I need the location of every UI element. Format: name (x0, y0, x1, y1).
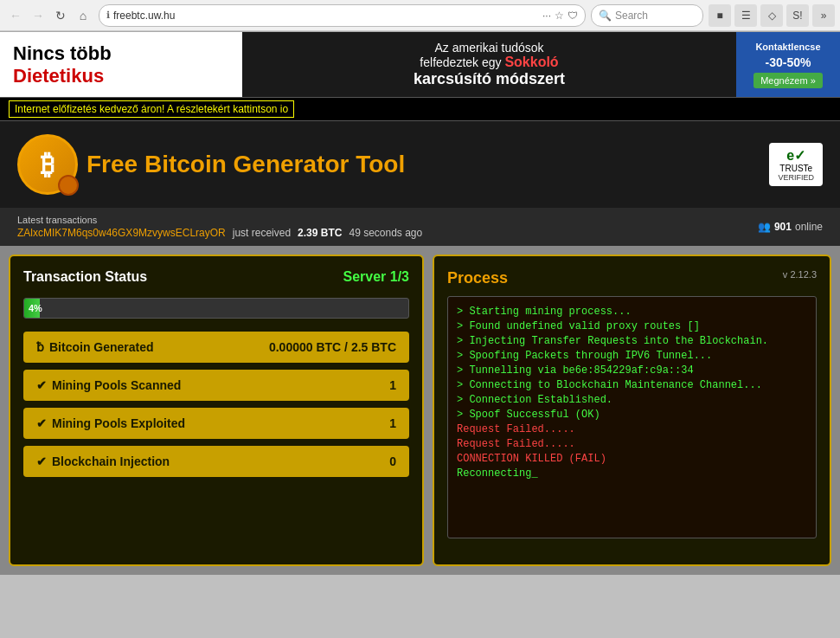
back-button[interactable]: ← (5, 5, 26, 26)
ad-right-button[interactable]: Megnézem » (753, 73, 823, 88)
blockchain-label-text: Blockchain Injection (52, 454, 170, 468)
log-line: CONNECTION KILLED (FAIL) (457, 453, 807, 465)
bitcoin-icon: ƀ (36, 340, 44, 354)
ad-center[interactable]: Az amerikai tudósok felfedeztek egy Sokk… (242, 32, 736, 97)
server-status: Server 1/3 (343, 269, 409, 285)
sidebar-button[interactable]: ◇ (760, 4, 783, 27)
more-icon[interactable]: ··· (542, 10, 551, 22)
browser-icons: ■ ☰ ◇ S! » (709, 4, 835, 27)
browser-toolbar: ← → ↻ ⌂ ℹ freebtc.uw.hu ··· ☆ 🛡 🔍 Search… (0, 0, 840, 31)
truste-label: TRUSTe (779, 164, 812, 173)
more-tools-button[interactable]: » (812, 4, 835, 27)
mining-exploited-label: ✔ Mining Pools Exploited (36, 416, 185, 430)
ad-center-line3: karcsúsító módszert (260, 70, 719, 88)
process-panel: Process v 2.12.3 > Starting mining proce… (433, 255, 831, 566)
progress-container: 4% (23, 298, 409, 319)
log-line: > Starting mining process... (457, 306, 807, 318)
log-line: Reconnecting_ (457, 467, 807, 480)
bitcoin-logo-icon: ₿ (17, 134, 78, 195)
ad-center-line2: felfedeztek egy Sokkoló (260, 55, 719, 70)
main-content: Transaction Status Server 1/3 4% ƀ Bitco… (0, 246, 840, 575)
mining-scanned-label: ✔ Mining Pools Scanned (36, 378, 181, 392)
panel-title: Transaction Status (23, 269, 147, 285)
address-icons: ··· ☆ 🛡 (542, 10, 578, 22)
refresh-button[interactable]: ↻ (50, 5, 71, 26)
ad-bar: Nincs több Dietetikus Az amerikai tudóso… (0, 32, 840, 97)
nav-buttons: ← → ↻ ⌂ (5, 5, 93, 26)
home-button[interactable]: ⌂ (73, 5, 93, 26)
status-panel: Transaction Status Server 1/3 4% ƀ Bitco… (9, 255, 424, 566)
search-icon: 🔍 (599, 10, 612, 22)
shield-icon[interactable]: 🛡 (567, 10, 578, 22)
menu-button[interactable]: ☰ (734, 4, 757, 27)
ad-left-line1: Nincs több (13, 42, 229, 65)
ad-right-discount: -30-50% (766, 55, 811, 69)
info-icon: ℹ (106, 10, 110, 21)
transactions-bar: Latest transactions ZAlxcMIK7M6qs0w46GX9… (0, 208, 840, 246)
log-line: Request Failed..... (457, 438, 807, 450)
online-icon: 👥 (758, 221, 771, 233)
online-text: online (795, 221, 823, 233)
site-header: ₿ Free Bitcoin Generator Tool e✓ TRUSTe … (0, 121, 840, 208)
ad-left[interactable]: Nincs több Dietetikus (0, 32, 242, 97)
bitcoin-value: 0.00000 BTC / 2.5 BTC (269, 340, 396, 354)
mining-exploited-value: 1 (389, 416, 396, 430)
star-icon[interactable]: ☆ (555, 10, 564, 22)
browser-chrome: ← → ↻ ⌂ ℹ freebtc.uw.hu ··· ☆ 🛡 🔍 Search… (0, 0, 840, 32)
bitcoin-generated-row: ƀ Bitcoin Generated 0.00000 BTC / 2.5 BT… (23, 332, 409, 363)
bitcoin-label-text: Bitcoin Generated (49, 340, 154, 354)
site-logo: ₿ Free Bitcoin Generator Tool (17, 134, 405, 195)
truste-logo: e✓ (786, 147, 805, 164)
site-title: Free Bitcoin Generator Tool (87, 151, 405, 178)
bitcoin-label: ƀ Bitcoin Generated (36, 340, 154, 354)
transactions-left: Latest transactions ZAlxcMIK7M6qs0w46GX9… (17, 215, 422, 239)
progress-text: 4% (29, 303, 42, 313)
ad-left-line2: Dietetikus (13, 65, 229, 87)
url-text: freebtc.uw.hu (113, 10, 539, 22)
tx-time: 49 seconds ago (349, 227, 422, 239)
blockchain-injection-row: ✔ Blockchain Injection 0 (23, 446, 409, 477)
process-title: Process (447, 269, 508, 287)
check-icon-exploited: ✔ (36, 416, 47, 430)
ad-center-line1: Az amerikai tudósok (260, 41, 719, 55)
mining-pools-scanned-row: ✔ Mining Pools Scanned 1 (23, 370, 409, 401)
mining-exploited-text: Mining Pools Exploited (52, 416, 185, 430)
log-line: > Spoofing Packets through IPV6 Tunnel..… (457, 350, 807, 362)
log-line: > Spoof Successful (OK) (457, 409, 807, 421)
mining-scanned-text: Mining Pools Scanned (52, 378, 181, 392)
log-line: > Injecting Transfer Requests into the B… (457, 335, 807, 347)
ad-right[interactable]: Kontaktlencse -30-50% Megnézem » (736, 32, 840, 97)
panel-header: Transaction Status Server 1/3 (23, 269, 409, 285)
truste-verified: VERIFIED (778, 173, 814, 182)
notification-bar: Internet előfizetés kedvező áron! A rész… (0, 97, 840, 121)
ad-center-highlight: Sokkoló (504, 55, 558, 69)
bitcoin-symbol: ₿ (41, 149, 55, 181)
process-header: Process v 2.12.3 (447, 269, 817, 287)
tx-address[interactable]: ZAlxcMIK7M6qs0w46GX9MzvywsECLrayOR (17, 227, 226, 239)
mining-pools-exploited-row: ✔ Mining Pools Exploited 1 (23, 408, 409, 439)
forward-button[interactable]: → (28, 5, 48, 26)
log-line: > Connecting to Blockchain Maintenance C… (457, 379, 807, 391)
mining-scanned-value: 1 (389, 378, 396, 392)
extra-button[interactable]: S! (786, 4, 809, 27)
log-line: > Tunnelling via be6e:854229af:c9a::34 (457, 364, 807, 377)
blockchain-label: ✔ Blockchain Injection (36, 454, 170, 468)
notification-text: Internet előfizetés kedvező áron! A rész… (9, 100, 294, 118)
search-bar[interactable]: 🔍 Search (591, 4, 703, 27)
check-icon-blockchain: ✔ (36, 454, 47, 468)
blockchain-value: 0 (389, 454, 396, 468)
truste-badge: e✓ TRUSTe VERIFIED (769, 143, 823, 186)
tx-amount: 2.39 BTC (298, 227, 342, 239)
log-line: > Found undefined valid proxy routes [] (457, 320, 807, 332)
check-icon-scanned: ✔ (36, 378, 47, 392)
tx-received-text: just received (233, 227, 291, 239)
version-text: v 2.12.3 (783, 269, 817, 280)
log-line: Request Failed..... (457, 423, 807, 435)
address-bar[interactable]: ℹ freebtc.uw.hu ··· ☆ 🛡 (99, 4, 586, 27)
extensions-button[interactable]: ■ (709, 4, 731, 27)
transaction-details: ZAlxcMIK7M6qs0w46GX9MzvywsECLrayOR just … (17, 227, 422, 239)
online-count: 901 (774, 221, 792, 233)
log-line: > Connection Established. (457, 394, 807, 406)
online-indicator: 👥 901 online (758, 221, 823, 233)
search-placeholder: Search (615, 10, 648, 22)
